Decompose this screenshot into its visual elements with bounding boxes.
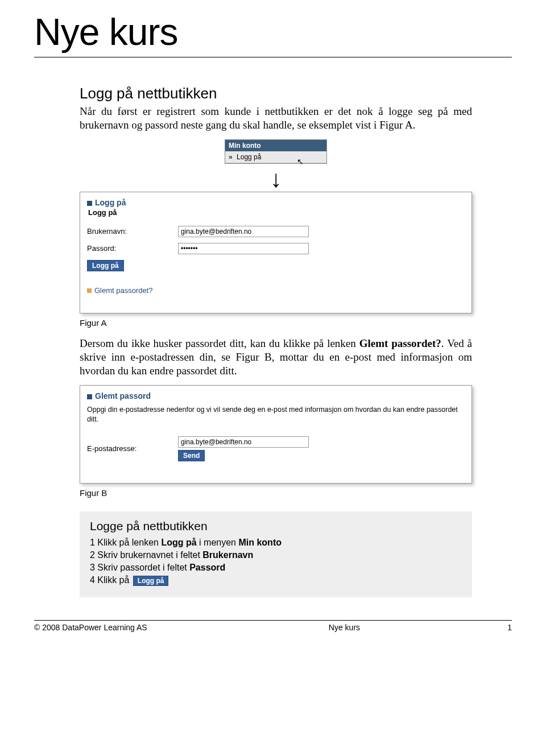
minkonto-item-label: Logg på [237,153,261,161]
password-label: Passord: [87,244,178,253]
figure-a-caption: Figur A [80,318,472,328]
page-footer: © 2008 DataPower Learning AS Nye kurs 1 [34,620,512,632]
step-1: 1 Klikk på lenken Logg på i menyen Min k… [90,538,462,548]
login-panel: Logg på Logg på Brukernavn: Passord: Log… [80,192,472,313]
mid-paragraph: Dersom du ikke husker passordet ditt, ka… [80,337,472,378]
password-input[interactable] [178,243,309,254]
forgot-panel-desc: Oppgi din e-postadresse nedenfor og vi v… [87,405,465,425]
email-input[interactable] [178,436,309,448]
torn-edge-icon [87,467,465,473]
forgot-panel-title: Glemt passord [87,391,465,400]
title-divider [34,57,512,57]
cursor-icon: ↖ [297,157,304,166]
torn-edge-icon [87,299,465,305]
username-label: Brukernavn: [87,227,178,236]
login-button[interactable]: Logg på [87,260,124,271]
step-3: 3 Skriv passordet i feltet Passord [90,563,462,573]
bullet-icon [87,288,92,293]
square-bullet-icon [87,201,92,206]
inline-login-button[interactable]: Logg på [133,576,169,586]
steps-title: Logge på nettbutikken [90,519,462,533]
steps-box: Logge på nettbutikken 1 Klikk på lenken … [80,511,472,597]
square-bullet-icon [87,394,92,399]
step-2: 2 Skriv brukernavnet i feltet Brukernavn [90,550,462,560]
minkonto-header: Min konto [225,140,326,151]
footer-page-number: 1 [507,623,512,632]
email-label: E-postadresse: [87,444,178,453]
minkonto-menu: Min konto » Logg på ↖ [225,139,327,164]
section-heading: Logg på nettbutikken [80,85,472,102]
login-panel-title: Logg på [87,198,465,207]
minkonto-item-login[interactable]: » Logg på ↖ [225,151,326,163]
login-panel-subtitle: Logg på [88,208,465,217]
arrow-right-icon: » [229,153,233,161]
send-button[interactable]: Send [178,450,205,461]
username-input[interactable] [178,226,309,237]
page-title: Nye kurs [34,10,512,53]
intro-paragraph: Når du først er registrert som kunde i n… [80,105,472,133]
forgot-password-link[interactable]: Glemt passordet? [87,286,465,295]
forgot-password-panel: Glemt passord Oppgi din e-postadresse ne… [80,385,472,484]
main-content: Logg på nettbutikken Når du først er reg… [34,85,512,597]
figure-b-caption: Figur B [80,488,472,498]
footer-title: Nye kurs [147,623,508,632]
password-row: Passord: [87,243,465,254]
figure-a: Min konto » Logg på ↖ ↓ Logg på Logg på … [80,139,472,313]
footer-copyright: © 2008 DataPower Learning AS [34,623,147,632]
email-row: E-postadresse: Send [87,436,465,461]
arrow-down-icon: ↓ [270,172,282,186]
username-row: Brukernavn: [87,226,465,237]
step-4: 4 Klikk på Logg på [90,575,462,586]
